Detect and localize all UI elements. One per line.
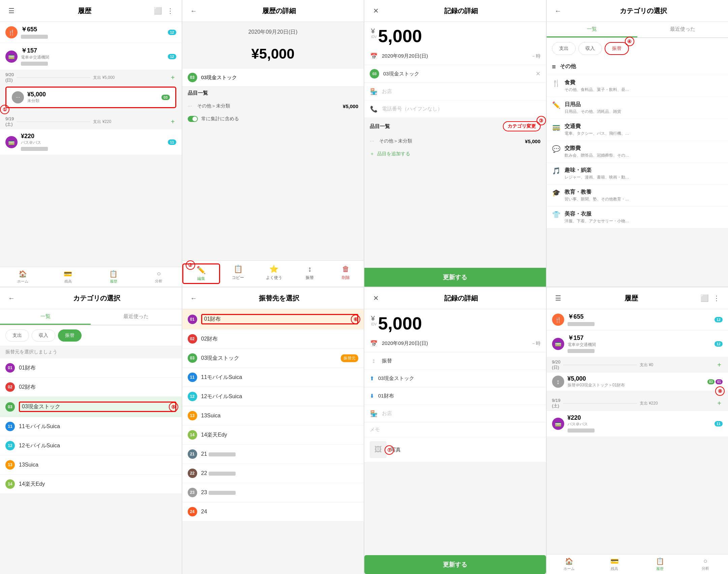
nav-balance-2[interactable]: 💳 残高 [592, 554, 637, 574]
bus-content-p8: ¥220 バス＠バス [568, 414, 711, 433]
history-item-5000[interactable]: ··· ¥5,000 未分類 03 [5, 87, 176, 108]
toggle-switch[interactable] [188, 116, 198, 122]
acc-item-02-p6[interactable]: 02 02財布 [182, 329, 364, 349]
type-income-btn[interactable]: 収入 [578, 42, 602, 55]
acc-item-24-p6[interactable]: 24 24 [182, 502, 364, 521]
acc-item-14-p6[interactable]: 14 14楽天Edy [182, 425, 364, 445]
acc-item-02-p5[interactable]: 02 02財布 [0, 378, 182, 397]
history-item-train[interactable]: 🚃 ￥157 電車＠交通機関 12 [0, 43, 182, 70]
add-record-btn-2-p8[interactable]: + [716, 400, 723, 407]
tab-recent-p5[interactable]: 最近使った [91, 309, 181, 325]
cat-item-fashion[interactable]: 👕 美容・衣服 洋服、下着、アクセサリー・小物、理... [547, 206, 728, 228]
action-copy[interactable]: 📋 コピー [220, 263, 256, 284]
type-expense-btn[interactable]: 支出 [552, 42, 576, 55]
acc-item-03-p5[interactable]: 03 03現金ストック [0, 397, 182, 417]
acc-item-01-p6[interactable]: 01 01財布 [182, 309, 364, 329]
cat-item-hobby[interactable]: 🎵 趣味・娯楽 レジャー、漫画、書籍、映画・動画、... [547, 163, 728, 185]
phone-field[interactable]: 📞 電話番号（ハイフンなし） [364, 100, 546, 118]
category-change-btn[interactable]: カテゴリ変更 [503, 121, 541, 131]
back-icon-p2[interactable]: ← [188, 5, 200, 17]
acc-badge-14-p6: 14 [188, 430, 197, 440]
shop-field-p7[interactable]: 🏪 お店 [364, 405, 546, 422]
add-record-btn[interactable]: + [170, 74, 176, 82]
from-account-field[interactable]: ⬆ 03現金ストック [364, 370, 546, 387]
tab-list[interactable]: 一覧 [547, 22, 637, 37]
shop-field[interactable]: 🏪 お店 [364, 83, 546, 100]
update-btn-p3[interactable]: 更新する [364, 268, 546, 287]
circle-1: ① [0, 105, 9, 114]
history-item-food[interactable]: 🍴 ￥655 12 [0, 22, 182, 43]
add-record-btn-p8[interactable]: + [716, 361, 723, 369]
nav-history-1[interactable]: 📋 履歴 [91, 267, 136, 287]
back-icon-p5[interactable]: ← [5, 292, 18, 304]
transfer-history-item[interactable]: ↕ ¥5,000 振替＠03現金ストック＞01財布 03 01 [547, 373, 728, 391]
transfer-btn-p5[interactable]: 振替 [58, 329, 82, 342]
nav-analysis-1[interactable]: ○ 分析 [136, 267, 182, 287]
acc-name-12-p6: 12モバイルSuica [201, 393, 359, 400]
cat-item-education[interactable]: 🎓 教育・教養 習い事、新聞、塾、その他教育・教養 [547, 185, 728, 206]
cat-item-transport[interactable]: 🚃 交通費 電車、タクシー、バス、飛行機、その... [547, 119, 728, 141]
memo-field[interactable]: メモ [364, 422, 546, 437]
acc-item-12-p5[interactable]: 12 12モバイルSuica [0, 436, 182, 455]
action-delete[interactable]: 🗑 削除 [328, 263, 364, 284]
to-account-field[interactable]: ⬇ 01財布 [364, 387, 546, 405]
idv-label: IDV [371, 35, 377, 39]
more-icon[interactable]: ⋮ [164, 5, 176, 17]
nav-home-2[interactable]: 🏠 ホーム [547, 554, 592, 574]
acc-item-13-p6[interactable]: 13 13Suica [182, 406, 364, 425]
add-record-btn-2[interactable]: + [170, 118, 176, 126]
tablet-icon-p8[interactable]: ⬜ [698, 292, 710, 304]
acc-item-03-p6[interactable]: 03 03現金ストック 振替元 [182, 349, 364, 368]
add-item-row[interactable]: ＋ 品目を追加する [364, 148, 546, 160]
acc-item-23-p6[interactable]: 23 23 [182, 483, 364, 502]
history-item-bus-p8[interactable]: 🚃 ¥220 バス＠バス 11 [547, 411, 728, 437]
account-field[interactable]: 03 03現金ストック ✕ [364, 65, 546, 83]
nav-balance-1[interactable]: 💳 残高 [46, 267, 91, 287]
cat-item-daily[interactable]: ✏️ 日用品 日用品、その他、消耗品、雑貨 [547, 97, 728, 119]
history-item-train-p8[interactable]: 🚃 ￥157 電車＠交通機関 12 [547, 330, 728, 357]
acc-item-22-p6[interactable]: 22 22 [182, 464, 364, 483]
close-icon-p3[interactable]: ✕ [370, 5, 382, 17]
cat-item-other[interactable]: ≡ その他 [547, 59, 728, 75]
category-tabs: 一覧 最近使った [547, 22, 728, 38]
cat-info-education: 教育・教養 習い事、新聞、塾、その他教育・教養 [565, 189, 723, 202]
back-icon-p6[interactable]: ← [188, 292, 200, 304]
more-icon-p8[interactable]: ⋮ [710, 292, 723, 304]
expense-btn-p5[interactable]: 支出 [5, 329, 29, 342]
acc-item-01-p5[interactable]: 01 01財布 [0, 358, 182, 378]
menu-icon[interactable]: ☰ [5, 5, 18, 17]
date-field[interactable]: 📅 2020年09月20日(日) －時 [364, 47, 546, 65]
tab-list-p5[interactable]: 一覧 [0, 309, 91, 325]
clear-account-btn[interactable]: ✕ [536, 70, 541, 77]
acc-item-14-p5[interactable]: 14 14楽天Edy [0, 475, 182, 494]
bus-amount: ¥220 [21, 133, 164, 140]
action-favorite[interactable]: ⭐ よく使う [256, 263, 292, 284]
acc-item-11-p6[interactable]: 11 11モバイルSuica [182, 368, 364, 387]
tab-recent[interactable]: 最近使った [637, 22, 728, 37]
nav-home-1[interactable]: 🏠 ホーム [0, 267, 46, 287]
acc-name-01-p6: 01財布 [201, 314, 359, 324]
acc-item-12-p6[interactable]: 12 12モバイルSuica [182, 387, 364, 406]
close-icon-p7[interactable]: ✕ [370, 292, 382, 304]
action-transfer[interactable]: ↕ 振替 [292, 263, 328, 284]
back-icon-p4[interactable]: ← [552, 5, 564, 17]
nav-balance-label: 残高 [64, 279, 72, 284]
type-transfer-btn[interactable]: 振替 [605, 42, 629, 55]
acc-item-13-p5[interactable]: 13 13Suica [0, 455, 182, 475]
update-btn-p7[interactable]: 更新する [364, 555, 546, 574]
history-item-bus[interactable]: 🚃 ¥220 バス＠バス 11 [0, 129, 182, 155]
nav-history-2[interactable]: 📋 履歴 [637, 554, 683, 574]
cat-item-social[interactable]: 💬 交際費 飲み会、贈答品、冠婚葬祭、その他交... [547, 141, 728, 163]
history-item-food-p8[interactable]: 🍴 ￥655 12 [547, 309, 728, 330]
acc-item-21-p6[interactable]: 21 21 [182, 445, 364, 464]
food-content-p8: ￥655 [568, 313, 711, 327]
acc-badge-01-p6: 01 [188, 315, 197, 324]
date-field-p7[interactable]: 📅 2020年09月20日(日) －時 [364, 335, 546, 352]
nav-analysis-2[interactable]: ○ 分析 [682, 554, 728, 574]
cat-item-food[interactable]: 🍴 食費 その他、食料品、菓子・飲料、昼ご飯... [547, 75, 728, 97]
account-field-value: 03現金ストック [383, 71, 532, 77]
income-btn-p5[interactable]: 収入 [32, 329, 55, 342]
menu-icon-p8[interactable]: ☰ [552, 292, 564, 304]
acc-item-11-p5[interactable]: 11 11モバイルSuica [0, 417, 182, 436]
tablet-icon[interactable]: ⬜ [152, 5, 164, 17]
